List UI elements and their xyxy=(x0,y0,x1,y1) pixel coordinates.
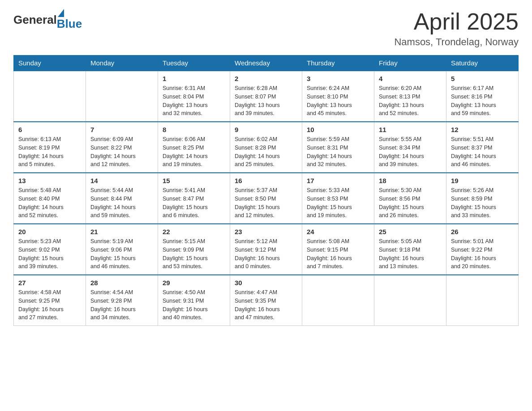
day-info: Sunrise: 5:23 AM Sunset: 9:02 PM Dayligh… xyxy=(18,237,81,271)
calendar-cell xyxy=(302,275,374,326)
day-number: 7 xyxy=(90,126,153,133)
day-number: 26 xyxy=(451,228,514,235)
day-info: Sunrise: 5:59 AM Sunset: 8:31 PM Dayligh… xyxy=(307,135,369,169)
calendar-cell: 25Sunrise: 5:05 AM Sunset: 9:18 PM Dayli… xyxy=(374,224,446,275)
day-info: Sunrise: 5:30 AM Sunset: 8:56 PM Dayligh… xyxy=(379,186,442,220)
calendar-cell: 29Sunrise: 4:50 AM Sunset: 9:31 PM Dayli… xyxy=(158,275,230,326)
calendar-week-row: 6Sunrise: 6:13 AM Sunset: 8:19 PM Daylig… xyxy=(14,122,519,173)
day-number: 13 xyxy=(18,177,81,184)
calendar-week-row: 13Sunrise: 5:48 AM Sunset: 8:40 PM Dayli… xyxy=(14,173,519,224)
calendar-cell: 27Sunrise: 4:58 AM Sunset: 9:25 PM Dayli… xyxy=(14,275,86,326)
weekday-header-row: SundayMondayTuesdayWednesdayThursdayFrid… xyxy=(14,56,519,71)
logo: General Blue xyxy=(13,9,82,31)
day-number: 14 xyxy=(90,177,153,184)
logo-general-text: General xyxy=(13,13,57,27)
calendar-week-row: 27Sunrise: 4:58 AM Sunset: 9:25 PM Dayli… xyxy=(14,275,519,326)
day-info: Sunrise: 5:33 AM Sunset: 8:53 PM Dayligh… xyxy=(307,186,369,220)
calendar-cell: 2Sunrise: 6:28 AM Sunset: 8:07 PM Daylig… xyxy=(230,71,302,122)
calendar-cell xyxy=(14,71,86,122)
day-info: Sunrise: 4:58 AM Sunset: 9:25 PM Dayligh… xyxy=(18,288,81,322)
day-number: 12 xyxy=(451,126,514,133)
day-number: 8 xyxy=(163,126,225,133)
calendar-cell: 17Sunrise: 5:33 AM Sunset: 8:53 PM Dayli… xyxy=(302,173,374,224)
day-number: 16 xyxy=(235,177,297,184)
calendar-week-row: 20Sunrise: 5:23 AM Sunset: 9:02 PM Dayli… xyxy=(14,224,519,275)
calendar-header: SundayMondayTuesdayWednesdayThursdayFrid… xyxy=(14,56,519,71)
weekday-header-sunday: Sunday xyxy=(14,56,86,71)
day-info: Sunrise: 5:55 AM Sunset: 8:34 PM Dayligh… xyxy=(379,135,442,169)
day-info: Sunrise: 6:13 AM Sunset: 8:19 PM Dayligh… xyxy=(18,135,81,169)
day-number: 29 xyxy=(163,279,225,287)
day-info: Sunrise: 4:47 AM Sunset: 9:35 PM Dayligh… xyxy=(235,288,297,322)
calendar-cell: 26Sunrise: 5:01 AM Sunset: 9:22 PM Dayli… xyxy=(446,224,519,275)
calendar-cell xyxy=(446,275,519,326)
weekday-header-wednesday: Wednesday xyxy=(230,56,302,71)
day-number: 3 xyxy=(307,75,369,82)
calendar-table: SundayMondayTuesdayWednesdayThursdayFrid… xyxy=(13,55,519,326)
calendar-cell: 7Sunrise: 6:09 AM Sunset: 8:22 PM Daylig… xyxy=(86,122,158,173)
day-number: 23 xyxy=(235,228,297,235)
calendar-cell: 16Sunrise: 5:37 AM Sunset: 8:50 PM Dayli… xyxy=(230,173,302,224)
calendar-cell: 9Sunrise: 6:02 AM Sunset: 8:28 PM Daylig… xyxy=(230,122,302,173)
calendar-cell: 12Sunrise: 5:51 AM Sunset: 8:37 PM Dayli… xyxy=(446,122,519,173)
day-info: Sunrise: 5:08 AM Sunset: 9:15 PM Dayligh… xyxy=(307,237,369,271)
day-info: Sunrise: 6:09 AM Sunset: 8:22 PM Dayligh… xyxy=(90,135,153,169)
weekday-header-monday: Monday xyxy=(86,56,158,71)
weekday-header-saturday: Saturday xyxy=(446,56,519,71)
day-number: 17 xyxy=(307,177,369,184)
calendar-week-row: 1Sunrise: 6:31 AM Sunset: 8:04 PM Daylig… xyxy=(14,71,519,122)
day-info: Sunrise: 6:20 AM Sunset: 8:13 PM Dayligh… xyxy=(379,84,442,118)
day-number: 21 xyxy=(90,228,153,235)
day-info: Sunrise: 5:19 AM Sunset: 9:06 PM Dayligh… xyxy=(90,237,153,271)
calendar-cell: 14Sunrise: 5:44 AM Sunset: 8:44 PM Dayli… xyxy=(86,173,158,224)
day-number: 6 xyxy=(18,126,81,133)
day-number: 4 xyxy=(379,75,442,82)
calendar-cell: 6Sunrise: 6:13 AM Sunset: 8:19 PM Daylig… xyxy=(14,122,86,173)
day-number: 19 xyxy=(451,177,514,184)
day-info: Sunrise: 6:02 AM Sunset: 8:28 PM Dayligh… xyxy=(235,135,297,169)
day-number: 5 xyxy=(451,75,514,82)
logo-arrow-icon xyxy=(58,9,64,17)
calendar-cell xyxy=(86,71,158,122)
day-number: 25 xyxy=(379,228,442,235)
day-info: Sunrise: 6:24 AM Sunset: 8:10 PM Dayligh… xyxy=(307,84,369,118)
day-number: 15 xyxy=(163,177,225,184)
day-number: 20 xyxy=(18,228,81,235)
day-info: Sunrise: 5:44 AM Sunset: 8:44 PM Dayligh… xyxy=(90,186,153,220)
calendar-cell xyxy=(374,275,446,326)
calendar-cell: 1Sunrise: 6:31 AM Sunset: 8:04 PM Daylig… xyxy=(158,71,230,122)
calendar-body: 1Sunrise: 6:31 AM Sunset: 8:04 PM Daylig… xyxy=(14,71,519,326)
day-info: Sunrise: 5:05 AM Sunset: 9:18 PM Dayligh… xyxy=(379,237,442,271)
calendar-cell: 19Sunrise: 5:26 AM Sunset: 8:59 PM Dayli… xyxy=(446,173,519,224)
day-number: 2 xyxy=(235,75,297,82)
day-info: Sunrise: 5:12 AM Sunset: 9:12 PM Dayligh… xyxy=(235,237,297,271)
logo-blue-text: Blue xyxy=(57,17,82,31)
day-number: 28 xyxy=(90,279,153,287)
day-info: Sunrise: 6:06 AM Sunset: 8:25 PM Dayligh… xyxy=(163,135,225,169)
day-number: 9 xyxy=(235,126,297,133)
weekday-header-friday: Friday xyxy=(374,56,446,71)
day-info: Sunrise: 5:37 AM Sunset: 8:50 PM Dayligh… xyxy=(235,186,297,220)
calendar-cell: 18Sunrise: 5:30 AM Sunset: 8:56 PM Dayli… xyxy=(374,173,446,224)
day-number: 22 xyxy=(163,228,225,235)
calendar-cell: 8Sunrise: 6:06 AM Sunset: 8:25 PM Daylig… xyxy=(158,122,230,173)
weekday-header-tuesday: Tuesday xyxy=(158,56,230,71)
title-area: April 2025 Namsos, Trondelag, Norway xyxy=(394,9,519,48)
logo-blue-part: Blue xyxy=(57,9,82,31)
day-info: Sunrise: 5:26 AM Sunset: 8:59 PM Dayligh… xyxy=(451,186,514,220)
calendar-cell: 5Sunrise: 6:17 AM Sunset: 8:16 PM Daylig… xyxy=(446,71,519,122)
day-info: Sunrise: 6:31 AM Sunset: 8:04 PM Dayligh… xyxy=(163,84,225,118)
day-info: Sunrise: 5:51 AM Sunset: 8:37 PM Dayligh… xyxy=(451,135,514,169)
day-number: 1 xyxy=(163,75,225,82)
day-info: Sunrise: 4:54 AM Sunset: 9:28 PM Dayligh… xyxy=(90,288,153,322)
day-info: Sunrise: 5:48 AM Sunset: 8:40 PM Dayligh… xyxy=(18,186,81,220)
calendar-cell: 28Sunrise: 4:54 AM Sunset: 9:28 PM Dayli… xyxy=(86,275,158,326)
calendar-cell: 4Sunrise: 6:20 AM Sunset: 8:13 PM Daylig… xyxy=(374,71,446,122)
day-info: Sunrise: 5:41 AM Sunset: 8:47 PM Dayligh… xyxy=(163,186,225,220)
day-info: Sunrise: 6:17 AM Sunset: 8:16 PM Dayligh… xyxy=(451,84,514,118)
month-title: April 2025 xyxy=(394,9,519,34)
day-number: 24 xyxy=(307,228,369,235)
calendar-cell: 24Sunrise: 5:08 AM Sunset: 9:15 PM Dayli… xyxy=(302,224,374,275)
day-info: Sunrise: 5:15 AM Sunset: 9:09 PM Dayligh… xyxy=(163,237,225,271)
day-number: 27 xyxy=(18,279,81,287)
